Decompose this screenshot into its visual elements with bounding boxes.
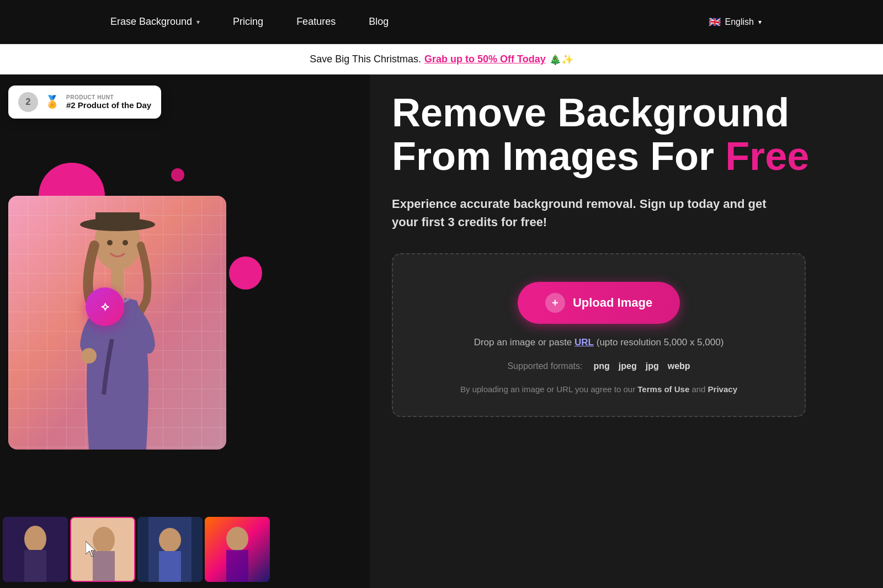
hero-title: Remove Background From Images For Free [392,91,861,178]
thumb-1-img [3,517,68,582]
nav-erase-label: Erase Background [110,16,192,28]
format-png: png [593,361,609,371]
format-jpeg: jpeg [619,361,637,371]
left-panel: 2 🏅 PRODUCT HUNT #2 Product of the Day [0,74,370,588]
ph-rank-number: 2 [18,92,38,112]
thumb-2-img [71,518,135,582]
format-jpg: jpg [646,361,659,371]
ph-title: #2 Product of the Day [66,100,151,110]
nav-pricing[interactable]: Pricing [233,16,263,28]
nav-features[interactable]: Features [296,16,336,28]
terms-before: By uploading an image or URL you agree t… [460,384,637,394]
hero-title-free: Free [725,134,809,178]
banner-emojis: 🎄✨ [549,54,573,66]
deco-circle-small [171,168,184,181]
hero-subtitle: Experience accurate background removal. … [392,195,778,231]
lang-chevron-icon: ▾ [758,18,762,26]
drop-text-after: (upto resolution 5,000 x 5,000) [594,337,724,348]
svg-marker-20 [86,541,95,557]
formats-row: Supported formats: png jpeg jpg webp [507,361,690,371]
thumbnails-row [0,511,370,588]
deco-circle-right [229,256,262,290]
nav-features-label: Features [296,16,336,28]
thumb-3-img [137,517,203,582]
upload-button-label: Upload Image [573,296,652,310]
banner-text: Save Big This Christmas. [310,54,421,65]
nav-pricing-label: Pricing [233,16,263,28]
language-selector[interactable]: 🇬🇧 English ▾ [709,16,773,28]
right-panel: Remove Background From Images For Free E… [370,74,883,588]
model-silhouette [40,212,195,450]
main-content: 2 🏅 PRODUCT HUNT #2 Product of the Day [0,74,883,588]
svg-rect-19 [226,550,248,582]
mouse-cursor [86,541,99,558]
svg-rect-16 [159,551,181,582]
promo-banner: Save Big This Christmas. Grab up to 50% … [0,44,883,74]
drop-text-before: Drop an image or paste [474,337,575,348]
terms-text: By uploading an image or URL you agree t… [460,384,737,394]
svg-point-4 [107,240,113,245]
upload-image-button[interactable]: + Upload Image [518,282,680,324]
thumbnail-1[interactable] [3,517,68,582]
drop-instruction: Drop an image or paste URL (upto resolut… [474,337,724,348]
product-hunt-badge: 2 🏅 PRODUCT HUNT #2 Product of the Day [8,85,161,119]
ph-label: PRODUCT HUNT [66,94,151,100]
svg-rect-2 [95,212,140,227]
hero-image-card [8,196,226,450]
upload-plus-icon: + [545,293,565,313]
terms-mid: and [689,384,708,394]
hero-title-line1: Remove Background [392,90,789,135]
svg-point-8 [24,526,46,552]
thumbnail-4[interactable] [205,517,270,582]
url-link[interactable]: URL [575,337,594,348]
nav-blog-label: Blog [369,16,389,28]
svg-rect-9 [24,550,46,582]
nav-erase-background[interactable]: Erase Background ▾ [110,16,200,28]
svg-point-5 [123,240,128,245]
medal-icon: 🏅 [45,95,60,109]
svg-point-15 [159,528,181,552]
logo-button[interactable]: ⟡ [86,287,124,326]
thumbnail-2[interactable] [70,517,135,582]
chevron-down-icon: ▾ [196,18,200,26]
language-label: English [725,17,754,27]
thumb-4-img [205,517,270,582]
navbar: Erase Background ▾ Pricing Features Blog… [0,0,883,44]
svg-point-18 [226,527,248,551]
terms-link-1[interactable]: Terms of Use [637,384,689,394]
logo-icon: ⟡ [101,300,109,314]
thumbnail-3[interactable] [137,517,203,582]
formats-label: Supported formats: [507,361,582,371]
svg-point-6 [81,348,97,364]
flag-icon: 🇬🇧 [709,16,721,28]
hero-title-line2-normal: From Images For [392,134,725,178]
format-webp: webp [668,361,690,371]
terms-link-2[interactable]: Privacy [708,384,737,394]
upload-area: + Upload Image Drop an image or paste UR… [392,253,806,417]
nav-blog[interactable]: Blog [369,16,389,28]
ph-text-block: PRODUCT HUNT #2 Product of the Day [66,94,151,110]
banner-link[interactable]: Grab up to 50% Off Today [424,54,546,65]
